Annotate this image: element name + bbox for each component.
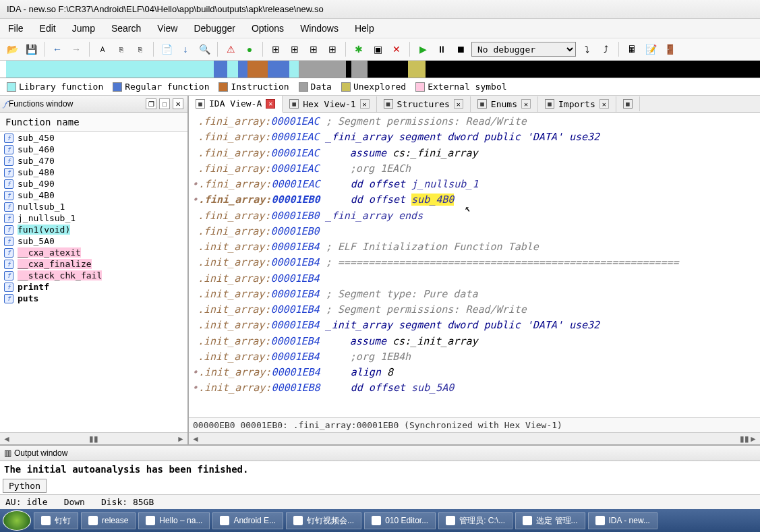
function-row[interactable]: ffun1(void) — [0, 224, 187, 235]
nav-segment[interactable] — [238, 61, 247, 78]
struct3-icon[interactable]: ⊞ — [305, 41, 322, 57]
disasm-line[interactable]: .fini_array:00001EB0 _fini_array ends — [189, 208, 760, 224]
save-icon[interactable]: 💾 — [23, 41, 39, 57]
nav-segment[interactable] — [268, 61, 289, 78]
close-icon[interactable]: ✕ — [173, 98, 183, 109]
taskbar-item[interactable]: release — [81, 512, 136, 529]
star-icon[interactable]: ✱ — [351, 41, 367, 57]
taskbar-item[interactable]: 管理员: C:\... — [438, 512, 513, 529]
tab-imports[interactable]: ▦Imports✕ — [538, 96, 616, 112]
function-row[interactable]: fsub_480 — [0, 167, 187, 178]
taskbar-item[interactable]: 钉钉 — [34, 512, 78, 529]
disasm-line[interactable]: .fini_array:00001EAC _fini_array segment… — [189, 129, 760, 145]
nav-segment[interactable] — [408, 61, 426, 78]
struct1-icon[interactable]: ⊞ — [268, 41, 284, 57]
disasm-line[interactable]: .init_array:00001EB4 ; =================… — [189, 255, 760, 270]
nav-segment[interactable] — [227, 61, 238, 78]
menu-options[interactable]: Options — [247, 22, 288, 35]
step-icon[interactable]: ⤵ — [579, 41, 595, 57]
function-row[interactable]: fsub_450 — [0, 132, 187, 144]
function-row[interactable]: fsub_5A0 — [0, 235, 187, 247]
taskbar-item[interactable]: 010 Editor... — [364, 512, 436, 529]
tab-close-icon[interactable]: ✕ — [521, 99, 531, 109]
taskbar-item[interactable]: IDA - new... — [588, 512, 657, 529]
function-row[interactable]: fj_nullsub_1 — [0, 212, 187, 224]
tab-hex-view-1[interactable]: ▦Hex View-1✕ — [283, 96, 376, 112]
struct2-icon[interactable]: ⊞ — [287, 41, 303, 57]
taskbar-item[interactable]: 选定 管理... — [515, 512, 585, 529]
disasm-line[interactable]: .init_array:00001EB4 ; ELF Initializatio… — [189, 239, 760, 255]
menu-help[interactable]: Help — [351, 22, 378, 35]
function-row[interactable]: fsub_460 — [0, 144, 187, 155]
hscroll[interactable]: ◄▮▮► — [0, 432, 187, 444]
nav-segment[interactable] — [214, 61, 227, 78]
disasm-line[interactable]: .fini_array:00001EAC ;org 1EACh — [189, 161, 760, 177]
taskbar-item[interactable]: Android E... — [212, 512, 283, 529]
tab-close-icon[interactable]: ✕ — [454, 99, 463, 109]
pause-icon[interactable]: ⏸ — [434, 41, 450, 57]
function-row[interactable]: fsub_490 — [0, 178, 187, 189]
tab-overflow[interactable]: ▦ — [616, 96, 640, 111]
disasm-line[interactable]: .init_array:00001EB4 ; Segment permissio… — [189, 302, 760, 318]
disasm-line[interactable]: •.init_array:00001EB8 dd offset sub_5A0 — [189, 380, 760, 396]
exit-icon[interactable]: 🚪 — [662, 41, 678, 57]
disasm-line[interactable]: •.fini_array:00001EB0 dd offset sub_4B0 — [189, 192, 760, 208]
disasm-line[interactable]: •.fini_array:00001EAC dd offset j_nullsu… — [189, 177, 760, 192]
function-row[interactable]: fsub_470 — [0, 155, 187, 167]
struct4-icon[interactable]: ⊞ — [324, 41, 341, 57]
disassembly-view[interactable]: ↖ .fini_array:00001EAC ; Segment permiss… — [189, 113, 760, 417]
disasm-line[interactable]: .fini_array:00001EAC ; Segment permissio… — [189, 114, 760, 129]
menu-file[interactable]: File — [4, 22, 28, 35]
maximize-icon[interactable]: □ — [159, 98, 170, 109]
code-b-icon[interactable]: ⎘ — [113, 41, 129, 57]
nav-segment[interactable] — [346, 61, 351, 78]
menu-windows[interactable]: Windows — [296, 22, 343, 35]
function-row[interactable]: fnullsub_1 — [0, 201, 187, 212]
down-icon[interactable]: ↓ — [177, 41, 194, 57]
back-icon[interactable]: ← — [49, 41, 65, 57]
tab-structures[interactable]: ▦Structures✕ — [377, 96, 471, 112]
restore-icon[interactable]: ❐ — [146, 98, 156, 109]
x-icon[interactable]: ✕ — [388, 41, 405, 57]
menu-debugger[interactable]: Debugger — [189, 22, 239, 35]
disasm-line[interactable]: .fini_array:00001EAC assume cs:_fini_arr… — [189, 146, 760, 161]
menu-search[interactable]: Search — [107, 22, 145, 35]
nav-segment[interactable] — [351, 61, 368, 78]
start-button[interactable] — [3, 510, 31, 531]
nav-segment[interactable] — [426, 61, 436, 78]
disasm-line[interactable]: •.init_array:00001EB4 align 8 — [189, 365, 760, 380]
function-row[interactable]: fputs — [0, 293, 187, 304]
disasm-line[interactable]: .init_array:00001EB4 ; Segment type: Pur… — [189, 287, 760, 302]
tab-ida-view-a[interactable]: ▦IDA View-A✕ — [189, 96, 283, 113]
tab-close-icon[interactable]: ✕ — [360, 99, 370, 109]
open-icon[interactable]: 📂 — [4, 41, 20, 57]
menu-view[interactable]: View — [153, 22, 181, 35]
step2-icon[interactable]: ⤴ — [597, 41, 614, 57]
function-row[interactable]: f__cxa_atexit — [0, 247, 187, 258]
nav-segment[interactable] — [247, 61, 268, 78]
disasm-line[interactable]: .init_array:00001EB4 ;org 1EB4h — [189, 349, 760, 365]
script-icon[interactable]: 📝 — [643, 41, 659, 57]
nav-segment[interactable] — [289, 61, 299, 78]
calc-icon[interactable]: 🖩 — [624, 41, 640, 57]
tab-enums[interactable]: ▦Enums✕ — [471, 96, 538, 112]
nav-segment[interactable] — [436, 61, 760, 78]
disasm-line[interactable]: .init_array:00001EB4 — [189, 271, 760, 287]
fn-column-header[interactable]: Function name — [0, 113, 187, 132]
menu-edit[interactable]: Edit — [36, 22, 60, 35]
menu-jump[interactable]: Jump — [68, 22, 99, 35]
globe-icon[interactable]: 🔍 — [196, 41, 212, 57]
nav-bar[interactable] — [0, 61, 760, 78]
debugger-select[interactable]: No debugger — [471, 42, 576, 57]
python-button[interactable]: Python — [3, 479, 47, 493]
nav-segment[interactable] — [6, 61, 214, 78]
disasm-line[interactable]: .fini_array:00001EB0 — [189, 224, 760, 239]
nav-segment[interactable] — [368, 61, 408, 78]
disasm-hscroll[interactable]: ◄▮▮► — [189, 432, 760, 444]
play-icon[interactable]: ▶ — [415, 41, 431, 57]
function-row[interactable]: fsub_4B0 — [0, 189, 187, 201]
function-row[interactable]: fprintf — [0, 281, 187, 293]
warn-icon[interactable]: ⚠ — [223, 41, 239, 57]
function-row[interactable]: f__stack_chk_fail — [0, 270, 187, 281]
disasm-line[interactable]: .init_array:00001EB4 assume cs:_init_arr… — [189, 334, 760, 349]
